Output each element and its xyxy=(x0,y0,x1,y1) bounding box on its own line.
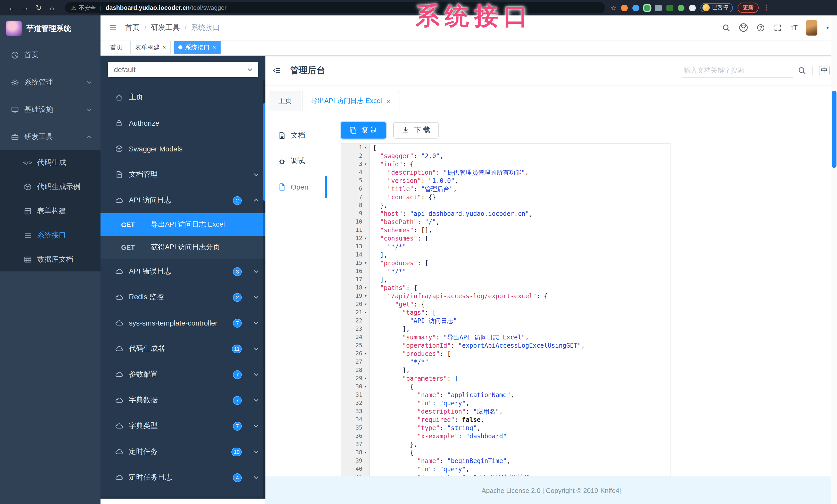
sidebar-item-首页[interactable]: 首页 xyxy=(0,41,101,69)
paused-extension-badge[interactable]: 已暂停 xyxy=(700,3,733,12)
user-caret-icon[interactable]: ▾ xyxy=(826,25,829,30)
browser-forward-icon[interactable]: → xyxy=(19,4,32,12)
tag-close-icon[interactable]: × xyxy=(162,44,166,51)
tab-系统接口[interactable]: 系统接口× xyxy=(174,41,220,54)
endpoint-获得API 访问日志分页[interactable]: GET获得API 访问日志分页 xyxy=(101,236,265,259)
doc-search-input[interactable] xyxy=(682,63,793,77)
sidebar-item-代码生成示例[interactable]: 代码生成示例 xyxy=(0,174,101,199)
knife4j-item-主页[interactable]: 主页 xyxy=(101,85,265,110)
knife4j-item-Redis 监控[interactable]: Redis 监控2 xyxy=(101,284,265,310)
fold-icon[interactable]: ▾ xyxy=(362,449,369,457)
doc-nav-Open[interactable]: Open xyxy=(265,174,327,200)
doc-tab-close-icon[interactable]: × xyxy=(387,97,390,105)
knife4j-item-API 访问日志[interactable]: API 访问日志2 xyxy=(101,187,265,213)
github-icon[interactable] xyxy=(739,23,748,32)
fold-icon[interactable]: ▾ xyxy=(362,350,369,358)
doc-nav-label: Open xyxy=(291,183,308,191)
extension-icon-5[interactable] xyxy=(666,4,673,11)
sidebar-item-基础设施[interactable]: 基础设施 xyxy=(0,96,101,123)
doc-search-icon[interactable] xyxy=(798,66,806,74)
browser-reload-icon[interactable]: ↻ xyxy=(32,4,46,12)
fold-icon[interactable]: ▾ xyxy=(362,374,369,383)
knife4j-item-label: Swagger Models xyxy=(129,145,260,153)
doc-nav-调试[interactable]: 调试 xyxy=(265,148,327,174)
copy-button[interactable]: 复 制 xyxy=(341,122,386,138)
knife4j-item-参数配置[interactable]: 参数配置7 xyxy=(101,361,265,387)
knife4j-item-字典类型[interactable]: 字典类型7 xyxy=(101,413,265,439)
bookmark-star-icon[interactable]: ☆ xyxy=(610,4,616,12)
header-search-icon[interactable] xyxy=(722,23,730,32)
breadcrumb-item[interactable]: 研发工具 xyxy=(151,23,180,32)
line-number: 8 xyxy=(359,201,362,210)
hamburger-icon[interactable] xyxy=(109,23,117,32)
knife4j-item-代码生成器[interactable]: 代码生成器11 xyxy=(101,336,265,361)
language-toggle[interactable]: 中 xyxy=(819,66,830,75)
page-scrollbar-thumb[interactable] xyxy=(832,91,836,168)
fold-icon[interactable]: ▾ xyxy=(362,160,369,168)
update-button[interactable]: 更新 xyxy=(737,3,759,13)
sidebar-item-研发工具[interactable]: 研发工具 xyxy=(0,123,101,150)
font-size-icon[interactable]: TT xyxy=(790,24,798,32)
fold-icon[interactable]: ▾ xyxy=(362,309,369,317)
extension-icon-7[interactable] xyxy=(689,4,696,11)
fullscreen-icon[interactable] xyxy=(773,23,782,32)
extension-icon-4[interactable] xyxy=(655,4,661,11)
breadcrumb-item[interactable]: 首页 xyxy=(125,23,140,32)
fold-icon[interactable]: ▾ xyxy=(362,259,369,267)
help-icon[interactable] xyxy=(756,23,765,32)
json-editor[interactable]: 1▾23▾456789101112▾131415▾161718▾19▾20▾21… xyxy=(341,143,671,477)
sidebar-item-label: 数据库文档 xyxy=(37,255,93,264)
menu-fold-icon[interactable] xyxy=(273,66,281,74)
extension-icon-3[interactable] xyxy=(643,4,650,11)
count-badge: 7 xyxy=(233,396,242,405)
gutter-line: 2 xyxy=(341,152,369,160)
line-number: 7 xyxy=(359,193,362,201)
browser-home-icon[interactable]: ⌂ xyxy=(46,4,59,12)
doc-tab-导出API 访问日志 Excel[interactable]: 导出API 访问日志 Excel× xyxy=(302,91,399,111)
sidebar-item-代码生成[interactable]: </>代码生成 xyxy=(0,150,101,174)
user-avatar[interactable] xyxy=(806,20,818,35)
fold-icon[interactable]: ▾ xyxy=(362,383,369,391)
fold-icon[interactable]: ▾ xyxy=(362,144,369,152)
sidebar-item-表单构建[interactable]: 表单构建 xyxy=(0,199,101,223)
chevron-down-icon xyxy=(251,397,260,403)
sidebar-item-系统接口[interactable]: 系统接口 xyxy=(0,223,101,247)
download-button[interactable]: 下 载 xyxy=(393,122,439,138)
page-scrollbar[interactable] xyxy=(831,16,837,504)
extension-icon-1[interactable] xyxy=(621,4,627,11)
fold-icon[interactable]: ▾ xyxy=(362,284,369,292)
fold-icon[interactable]: ▾ xyxy=(362,292,369,300)
knife4j-item-Authorize[interactable]: Authorize xyxy=(101,110,265,136)
knife4j-item-字典数据[interactable]: 字典数据7 xyxy=(101,387,265,413)
line-number: 20 xyxy=(356,300,362,309)
gutter-line: 19▾ xyxy=(341,292,369,300)
browser-menu-icon[interactable]: ⋮ xyxy=(763,4,769,11)
doc-tabs-bar: 主页导出API 访问日志 Excel× xyxy=(265,86,837,111)
doc-nav-文档[interactable]: 文档 xyxy=(265,123,327,148)
fold-icon[interactable]: ▾ xyxy=(362,235,369,243)
gutter-line: 22 xyxy=(341,317,369,325)
tab-首页[interactable]: 首页 xyxy=(106,41,127,54)
extension-icon-2[interactable] xyxy=(632,4,639,11)
sidebar-item-数据库文档[interactable]: 数据库文档 xyxy=(0,247,101,272)
cloud-icon xyxy=(114,344,123,353)
knife4j-item-定时任务日志[interactable]: 定时任务日志4 xyxy=(101,465,265,490)
address-bar[interactable]: ⚠ 不安全 | dashboard.yudao.iocoder.cn /tool… xyxy=(65,2,605,13)
extension-icon-6[interactable] xyxy=(677,4,684,11)
knife4j-item-label: 定时任务日志 xyxy=(129,473,227,482)
knife4j-scroll-thumb[interactable] xyxy=(263,103,265,201)
api-group-select[interactable]: default xyxy=(108,62,258,77)
sidebar-item-系统管理[interactable]: 系统管理 xyxy=(0,69,101,96)
knife4j-item-API 错误日志[interactable]: API 错误日志3 xyxy=(101,259,265,284)
browser-back-icon[interactable]: ← xyxy=(5,4,19,12)
doc-tab-label: 主页 xyxy=(278,96,292,106)
knife4j-item-sys-sms-template-controller[interactable]: sys-sms-template-controller7 xyxy=(101,310,265,336)
endpoint-导出API 访问日志 Excel[interactable]: GET导出API 访问日志 Excel xyxy=(101,213,265,236)
knife4j-item-文档管理[interactable]: 文档管理 xyxy=(101,162,265,187)
fold-icon[interactable]: ▾ xyxy=(362,300,369,309)
tag-close-icon[interactable]: × xyxy=(212,44,216,51)
knife4j-item-Swagger Models[interactable]: Swagger Models xyxy=(101,136,265,162)
tab-表单构建[interactable]: 表单构建× xyxy=(130,41,171,54)
knife4j-item-定时任务[interactable]: 定时任务10 xyxy=(101,439,265,465)
doc-tab-主页[interactable]: 主页 xyxy=(270,91,301,111)
